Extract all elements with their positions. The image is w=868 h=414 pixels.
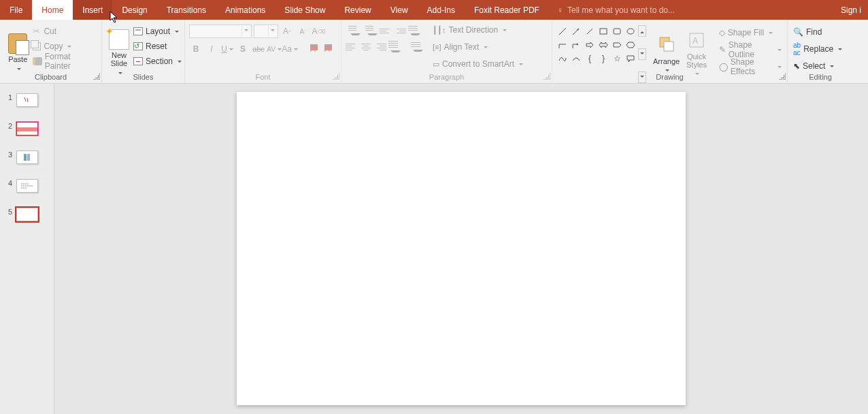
shape-star-icon[interactable]: ☆ <box>611 52 623 65</box>
slide-canvas[interactable] <box>237 92 686 405</box>
align-right-button[interactable] <box>374 41 386 53</box>
search-icon: 🔍 <box>793 27 803 37</box>
layout-button[interactable]: Layout <box>132 24 183 39</box>
shape-rect-icon[interactable] <box>597 25 610 37</box>
line-spacing-button[interactable] <box>408 25 420 37</box>
font-highlight-button[interactable]: A <box>307 43 319 55</box>
thumbnail-3[interactable]: 3 <box>0 148 54 176</box>
shape-arc-icon[interactable] <box>570 52 582 65</box>
reset-button[interactable]: Reset <box>132 39 183 54</box>
tab-slideshow[interactable]: Slide Show <box>275 0 335 20</box>
shape-arrow-icon[interactable] <box>570 25 582 37</box>
numbering-button[interactable] <box>363 25 378 37</box>
shape-lbrace-icon[interactable]: { <box>584 52 596 65</box>
thumbnail-1-preview <box>16 93 38 107</box>
thumbnail-4[interactable]: 4 <box>0 176 54 205</box>
change-case-button[interactable]: Aa <box>283 42 297 56</box>
bold-button[interactable]: B <box>189 42 203 56</box>
text-direction-button[interactable]: ┃┃↕Text Direction <box>431 22 524 37</box>
thumbnail-5[interactable]: 5 <box>0 205 54 234</box>
slide-thumbnails: 1 2 3 4 5 <box>0 84 54 414</box>
font-size-combo[interactable] <box>254 25 278 38</box>
thumbnail-2[interactable]: 2 <box>0 119 54 148</box>
cut-button[interactable]: Cut <box>31 24 97 39</box>
thumbnail-1[interactable]: 1 <box>0 91 54 119</box>
shape-fill-button[interactable]: ◇Shape Fill <box>718 25 783 40</box>
thumbnail-1-number: 1 <box>5 93 12 101</box>
align-left-button[interactable] <box>346 41 358 53</box>
tab-foxit[interactable]: Foxit Reader PDF <box>465 0 549 20</box>
font-dialog-launcher[interactable] <box>333 73 339 80</box>
tab-home[interactable]: Home <box>32 0 73 20</box>
new-slide-icon <box>109 29 129 50</box>
chevron-down-icon <box>268 25 276 37</box>
shape-oval-icon[interactable] <box>624 25 637 37</box>
tab-animations[interactable]: Animations <box>216 0 275 20</box>
lightbulb-icon: ♀ <box>557 5 563 15</box>
tab-design[interactable]: Design <box>112 0 156 20</box>
align-justify-button[interactable] <box>388 41 401 53</box>
align-center-button[interactable] <box>360 41 372 53</box>
font-name-combo[interactable] <box>189 25 252 38</box>
tab-file[interactable]: File <box>0 0 32 20</box>
group-font-title: Font <box>185 71 341 83</box>
chevron-down-icon <box>241 25 250 37</box>
shape-block-arrows-icon[interactable] <box>597 39 610 51</box>
shrink-font-button[interactable]: Aˇ <box>296 25 310 38</box>
columns-button[interactable] <box>411 41 423 53</box>
shape-line-icon[interactable] <box>556 25 569 37</box>
replace-button[interactable]: abacReplace <box>792 42 849 57</box>
tab-view[interactable]: View <box>381 0 418 20</box>
thumbnail-3-preview <box>16 150 38 164</box>
thumbnail-2-number: 2 <box>5 122 12 130</box>
grow-font-button[interactable]: A^ <box>280 25 294 38</box>
shape-roundrect-icon[interactable] <box>611 25 623 37</box>
thumbnail-2-preview <box>16 122 38 136</box>
underline-button[interactable]: U <box>220 42 234 56</box>
shape-double-arrow-icon[interactable] <box>584 25 596 37</box>
gallery-up-button[interactable] <box>638 25 646 37</box>
shape-callout-icon[interactable] <box>624 52 637 65</box>
shape-freeform-icon[interactable] <box>556 52 569 65</box>
strikethrough-button[interactable]: abc <box>252 42 265 56</box>
format-painter-button[interactable]: Format Painter <box>31 54 97 69</box>
gallery-down-button[interactable] <box>638 48 646 60</box>
slide-canvas-area[interactable] <box>54 84 868 414</box>
group-clipboard: Paste Cut Copy Format Painter Clipboard <box>0 20 102 83</box>
shape-block-arrow-icon[interactable] <box>584 39 596 51</box>
shape-elbow-icon[interactable] <box>556 39 569 51</box>
svg-rect-7 <box>664 42 673 51</box>
convert-smartart-button[interactable]: ▭Convert to SmartArt <box>431 57 524 71</box>
sign-in-link[interactable]: Sign i <box>834 0 868 20</box>
italic-button[interactable]: I <box>205 42 218 56</box>
clear-formatting-button[interactable]: A⌫ <box>312 25 325 38</box>
shape-hexagon-icon[interactable] <box>624 39 637 51</box>
paragraph-dialog-launcher[interactable] <box>544 73 550 80</box>
clipboard-dialog-launcher[interactable] <box>93 73 100 80</box>
shape-outline-button[interactable]: ✎Shape Outline <box>718 42 783 57</box>
increase-indent-button[interactable] <box>394 25 406 37</box>
align-text-button[interactable]: [≡]Align Text <box>431 39 524 54</box>
align-text-icon: [≡] <box>433 43 441 51</box>
drawing-dialog-launcher[interactable] <box>779 73 786 80</box>
shadow-button[interactable]: S <box>236 42 250 56</box>
shape-rbrace-icon[interactable]: } <box>597 52 610 65</box>
tab-review[interactable]: Review <box>335 0 380 20</box>
tab-addins[interactable]: Add-Ins <box>418 0 465 20</box>
character-spacing-button[interactable]: AV <box>267 42 281 56</box>
tell-me-search[interactable]: ♀ Tell me what you want to do... <box>549 0 834 20</box>
layout-icon <box>133 27 143 35</box>
shape-pentagon-icon[interactable] <box>611 39 623 51</box>
find-button[interactable]: 🔍Find <box>792 25 849 39</box>
scissors-icon <box>33 27 41 35</box>
clipboard-icon <box>8 33 27 54</box>
tab-insert[interactable]: Insert <box>73 0 112 20</box>
font-color-button[interactable]: A <box>321 43 333 55</box>
bullets-button[interactable] <box>346 25 361 37</box>
shape-elbow-arrow-icon[interactable] <box>570 39 582 51</box>
section-button[interactable]: Section <box>132 54 183 69</box>
layout-label: Layout <box>146 27 170 36</box>
effects-icon: ◯ <box>719 62 728 71</box>
decrease-indent-button[interactable] <box>380 25 392 37</box>
tab-transitions[interactable]: Transitions <box>157 0 216 20</box>
